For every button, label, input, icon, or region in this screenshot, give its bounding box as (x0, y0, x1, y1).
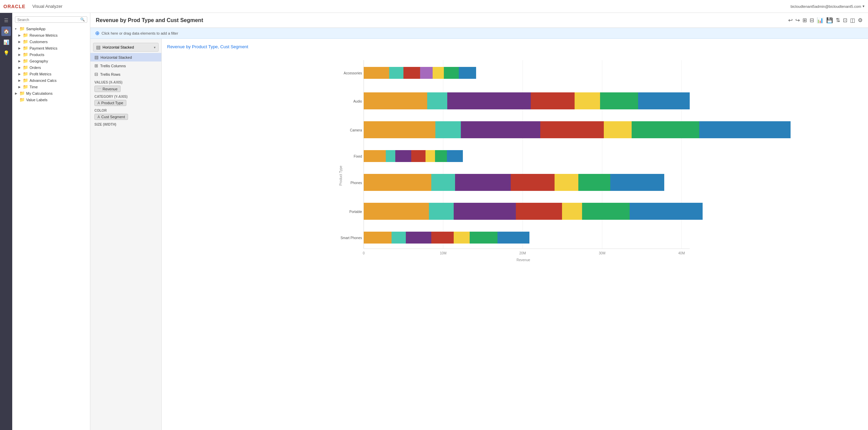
bar-segment[interactable] (364, 174, 431, 191)
bar-segment[interactable] (435, 121, 461, 138)
menu-item-trellis-columns[interactable]: ⊞ Trellis Columns (90, 61, 161, 70)
svg-text:20M: 20M (519, 251, 526, 255)
bar-segment[interactable] (364, 232, 392, 244)
bar-segment[interactable] (582, 203, 630, 220)
bar-segment[interactable] (386, 150, 395, 162)
svg-text:0: 0 (363, 251, 365, 255)
bar-segment[interactable] (459, 67, 476, 79)
horiz-stacked-icon: ▤ (94, 55, 98, 60)
tree-item-products[interactable]: ▶ 📁 Products (12, 51, 90, 58)
redo-button[interactable]: ↪ (795, 17, 800, 23)
save-icon[interactable]: 💾 (826, 17, 833, 23)
bar-segment[interactable] (395, 150, 411, 162)
values-x-axis-label: Values (X-Axis) (90, 78, 161, 85)
bar-segment[interactable] (498, 232, 529, 244)
bar-segment[interactable] (540, 121, 604, 138)
bar-segment[interactable] (604, 121, 632, 138)
undo-button[interactable]: ↩ (788, 17, 793, 23)
bar-segment[interactable] (411, 150, 426, 162)
bar-segment[interactable] (555, 174, 578, 191)
bar-segment[interactable] (511, 174, 555, 191)
topbar: ORACLE Visual Analyzer bicloudtenant5adm… (0, 0, 868, 13)
chart-type-dropdown[interactable]: ▤ Horizontal Stacked ▾ (93, 43, 159, 52)
bar-segment[interactable] (461, 121, 540, 138)
bar-segment[interactable] (455, 174, 511, 191)
bar-segment[interactable] (444, 67, 459, 79)
bar-segment[interactable] (454, 203, 516, 220)
bar-segment[interactable] (470, 232, 498, 244)
bar-segment[interactable] (429, 203, 454, 220)
table-icon[interactable]: ⊟ (810, 17, 814, 23)
bar-segment[interactable] (420, 67, 433, 79)
sidebar-chart-icon[interactable]: 📊 (1, 37, 11, 47)
swap-icon[interactable]: ⇅ (836, 17, 840, 23)
bar-segment[interactable] (610, 174, 664, 191)
color-tag[interactable]: A Cust Segment (94, 114, 128, 120)
tree-item-geography[interactable]: ▶ 📁 Geography (12, 58, 90, 64)
bar-segment[interactable] (632, 121, 699, 138)
bar-segment[interactable] (364, 203, 429, 220)
oracle-wordmark: ORACLE (3, 4, 25, 9)
bar-segment[interactable] (638, 92, 690, 109)
svg-text:40M: 40M (678, 251, 685, 255)
bar-segment[interactable] (447, 150, 463, 162)
bar-segment[interactable] (364, 67, 389, 79)
bar-segment[interactable] (516, 203, 562, 220)
working-area: ▤ Horizontal Stacked ▾ ▤ Horizontal Stac… (90, 39, 868, 430)
bar-segment[interactable] (699, 121, 791, 138)
tree-root-sampleapp[interactable]: ▾ 📁 SampleApp (12, 25, 90, 32)
tree-item-revenue-metrics[interactable]: ▶ 📁 Revenue Metrics (12, 32, 90, 38)
bar-segment[interactable] (364, 121, 435, 138)
tree-item-payment-metrics[interactable]: ▶ 📁 Payment Metrics (12, 45, 90, 51)
values-tag-icon: ⋯ (97, 87, 101, 91)
tree-item-profit-metrics[interactable]: ▶ 📁 Profit Metrics (12, 71, 90, 77)
bar-segment[interactable] (406, 232, 431, 244)
sidebar-home-icon[interactable]: 🏠 (1, 26, 11, 36)
tree-item-time[interactable]: ▶ 📁 Time (12, 84, 90, 90)
bar-segment[interactable] (364, 150, 386, 162)
tree-item-my-calculations[interactable]: ▶ 📁 My Calculations (12, 90, 90, 96)
bar-segment[interactable] (454, 232, 470, 244)
add-filter-icon: ⊕ (95, 30, 100, 36)
bar-segment[interactable] (427, 92, 447, 109)
tree-item-orders[interactable]: ▶ 📁 Orders (12, 64, 90, 71)
values-tag[interactable]: ⋯ Revenue (94, 86, 121, 92)
bar-segment[interactable] (426, 150, 435, 162)
bar-chart-icon[interactable]: 📊 (817, 17, 824, 23)
menu-item-label: Trellis Columns (100, 64, 126, 68)
bar-segment[interactable] (630, 203, 703, 220)
bar-segment[interactable] (435, 150, 447, 162)
filter-bar[interactable]: ⊕ Click here or drag data elements to ad… (90, 28, 868, 39)
bar-segment[interactable] (531, 92, 575, 109)
menu-item-horizontal-stacked[interactable]: ▤ Horizontal Stacked (90, 53, 161, 61)
bar-segment[interactable] (431, 174, 455, 191)
bar-segment[interactable] (600, 92, 638, 109)
bar-segment[interactable] (364, 92, 427, 109)
window-icon[interactable]: ◫ (850, 17, 855, 23)
user-dropdown-icon[interactable]: ▾ (863, 4, 865, 8)
settings-icon[interactable]: ⚙ (858, 17, 863, 23)
menu-item-trellis-rows[interactable]: ⊟ Trellis Rows (90, 70, 161, 78)
bar-segment[interactable] (392, 232, 406, 244)
tree-item-customers[interactable]: ▶ 📁 Customers (12, 38, 90, 45)
bar-segment[interactable] (431, 232, 454, 244)
bar-segment[interactable] (578, 174, 610, 191)
bar-segment[interactable] (433, 67, 444, 79)
chart-type-icon[interactable]: ⊞ (802, 17, 807, 23)
bar-segment[interactable] (389, 67, 403, 79)
search-input[interactable] (17, 18, 80, 22)
search-box[interactable]: 🔍 (15, 16, 87, 23)
bar-segment[interactable] (575, 92, 600, 109)
size-label: Size (Width) (90, 121, 161, 127)
tree-item-advanced-calcs[interactable]: ▶ 📁 Advanced Calcs (12, 77, 90, 84)
category-tag[interactable]: A Product Type (94, 100, 126, 106)
bar-segment[interactable] (447, 92, 531, 109)
chart-config-panel: ▤ Horizontal Stacked ▾ ▤ Horizontal Stac… (90, 39, 162, 430)
sidebar-menu-icon[interactable]: ☰ (1, 16, 11, 25)
icon-sidebar: ☰ 🏠 📊 💡 (0, 13, 12, 430)
grid-icon[interactable]: ⊡ (843, 17, 847, 23)
bar-segment[interactable] (562, 203, 582, 220)
sidebar-bulb-icon[interactable]: 💡 (1, 48, 11, 58)
bar-segment[interactable] (403, 67, 420, 79)
tree-item-value-labels[interactable]: ▶ 📁 Value Labels (12, 96, 90, 103)
